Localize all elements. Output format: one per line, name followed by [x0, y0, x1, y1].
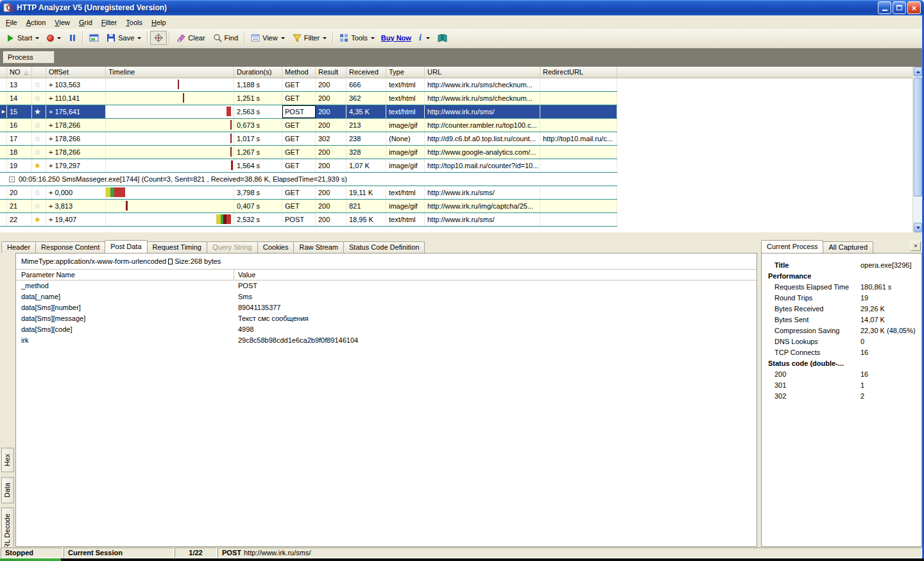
- collapse-icon[interactable]: -: [9, 177, 15, 182]
- save-button[interactable]: Save: [103, 31, 145, 45]
- panel-close-button[interactable]: ×: [911, 241, 921, 251]
- help-button[interactable]: [434, 31, 451, 45]
- favorite-star-icon[interactable]: ☆: [32, 132, 46, 145]
- param-row[interactable]: _methodPOST: [16, 280, 757, 291]
- column-header-type[interactable]: Type: [386, 67, 425, 78]
- column-header-url[interactable]: URL: [425, 67, 540, 78]
- minimize-button[interactable]: [878, 1, 891, 14]
- tab-raw-stream[interactable]: Raw Stream: [293, 241, 344, 253]
- clear-button[interactable]: Clear: [172, 31, 209, 45]
- menu-action[interactable]: Action: [22, 17, 51, 28]
- column-header-value[interactable]: Value: [234, 270, 757, 280]
- column-header-no[interactable]: NO△: [7, 67, 32, 78]
- column-header-method[interactable]: Method: [282, 67, 316, 78]
- menu-file[interactable]: File: [1, 17, 22, 28]
- column-header-star[interactable]: [32, 67, 46, 78]
- info-dropdown-arrow[interactable]: [426, 37, 430, 39]
- timeline-bar: [230, 147, 232, 157]
- buy-now-link[interactable]: Buy Now: [379, 34, 414, 42]
- menu-tools[interactable]: Tools: [121, 17, 147, 28]
- favorite-star-icon[interactable]: ☆: [32, 92, 46, 105]
- param-row[interactable]: data[Sms][code]4998: [16, 324, 757, 335]
- request-row-21[interactable]: 21☆+ 3,8130,407 sGET200821image/gifhttp:…: [0, 200, 617, 213]
- request-row-18[interactable]: 18☆+ 178,2661,267 sGET200328image/gifhtt…: [0, 146, 617, 159]
- group-row[interactable]: -00:05:16.250 SmsMasseger.exe[1744] (Cou…: [0, 173, 617, 186]
- favorite-star-icon[interactable]: ☆: [32, 146, 46, 159]
- favorite-star-icon[interactable]: ★: [32, 159, 46, 172]
- request-row-19[interactable]: 19★+ 179,2971,564 sGET2001,07 Kimage/gif…: [0, 159, 617, 173]
- start-button-edge[interactable]: [0, 558, 61, 561]
- tab-cookies[interactable]: Cookies: [257, 241, 295, 253]
- view-button[interactable]: View: [247, 31, 289, 45]
- request-row-13[interactable]: 13☆+ 103,5631,188 sGET200666text/htmlhtt…: [0, 78, 617, 92]
- timeline-bar: [230, 134, 232, 143]
- tools-dropdown-arrow[interactable]: [371, 37, 375, 39]
- tab-query-string[interactable]: Query String: [207, 241, 258, 253]
- view-dropdown-arrow[interactable]: [281, 37, 285, 39]
- tab-post-data[interactable]: Post Data: [105, 240, 147, 253]
- target-toggle-button[interactable]: [150, 31, 167, 45]
- layout-button[interactable]: [85, 31, 103, 45]
- request-row-22[interactable]: 22★+ 19,4072,532 sPOST20018,95 Ktext/htm…: [0, 213, 617, 227]
- column-header-timeline[interactable]: Timeline: [106, 67, 234, 78]
- favorite-star-icon[interactable]: ☆: [32, 200, 46, 212]
- tools-button[interactable]: Tools: [336, 31, 379, 45]
- tab-current-process[interactable]: Current Process: [761, 240, 823, 253]
- param-row[interactable]: data[_name]Sms: [16, 291, 757, 302]
- scrollbar-thumb[interactable]: [914, 78, 922, 196]
- column-header-parameter-name[interactable]: Parameter Name: [16, 270, 234, 280]
- favorite-star-icon[interactable]: ★: [32, 105, 46, 118]
- start-dropdown-arrow[interactable]: [35, 37, 39, 39]
- request-row-14[interactable]: 14☆+ 110,1411,251 sGET200362text/htmlhtt…: [0, 92, 617, 105]
- menu-filter[interactable]: Filter: [97, 17, 121, 28]
- column-header-duration[interactable]: Duration(s): [234, 67, 282, 78]
- cell-method: GET: [282, 119, 316, 132]
- request-row-15[interactable]: ▶15★+ 175,6412,563 sPOST2004,35 Ktext/ht…: [0, 105, 617, 119]
- column-header-offset[interactable]: OffSet: [46, 67, 106, 78]
- restore-button[interactable]: [893, 1, 906, 14]
- column-header-redirect-url[interactable]: RedirectURL: [540, 67, 617, 78]
- favorite-star-icon[interactable]: ☆: [32, 78, 46, 91]
- scroll-up-button[interactable]: [914, 67, 922, 76]
- tab-response-content[interactable]: Response Content: [35, 241, 105, 253]
- tab-status-code-definition[interactable]: Status Code Definition: [343, 241, 425, 253]
- title-bar[interactable]: HTTP Analyzer V5 (Unregistered Version) …: [0, 0, 924, 15]
- scroll-down-button[interactable]: [914, 223, 922, 232]
- side-tab-data[interactable]: Data: [1, 477, 14, 503]
- column-header-result[interactable]: Result: [316, 67, 346, 78]
- timeline-bar: [106, 187, 110, 197]
- menu-help[interactable]: Help: [147, 17, 171, 28]
- tab-request-timing[interactable]: Request Timing: [147, 241, 207, 253]
- tab-all-captured[interactable]: All Captured: [823, 241, 873, 253]
- menu-grid[interactable]: Grid: [74, 17, 97, 28]
- start-button[interactable]: Start: [3, 31, 43, 45]
- favorite-star-icon[interactable]: ★: [32, 213, 46, 226]
- menu-view[interactable]: View: [50, 17, 74, 28]
- stat-value: 14,07 K: [860, 315, 885, 325]
- tab-header[interactable]: Header: [1, 241, 36, 253]
- favorite-star-icon[interactable]: ☆: [32, 119, 46, 132]
- find-button[interactable]: Find: [209, 31, 242, 45]
- record-button[interactable]: [43, 32, 65, 44]
- filter-dropdown-arrow[interactable]: [323, 37, 327, 39]
- request-row-16[interactable]: 16☆+ 178,2660,673 sGET200213image/gifhtt…: [0, 119, 617, 132]
- save-dropdown-arrow[interactable]: [137, 37, 141, 39]
- close-button[interactable]: ×: [907, 1, 921, 14]
- param-row[interactable]: irk29c8c58b98cdd1e6ca2b9f0f89146104: [16, 335, 757, 346]
- grid-vertical-scrollbar[interactable]: [912, 67, 922, 232]
- info-button[interactable]: i: [414, 30, 434, 46]
- request-row-20[interactable]: 20☆+ 0,0003,798 sGET20019,11 Ktext/htmlh…: [0, 186, 617, 200]
- filter-button[interactable]: Filter: [289, 31, 330, 45]
- param-row[interactable]: data[Sms][message]Текст смс сообщения: [16, 313, 757, 324]
- record-dropdown-arrow[interactable]: [57, 37, 61, 39]
- side-tab-hex[interactable]: Hex: [1, 448, 14, 472]
- horizontal-splitter[interactable]: [0, 232, 922, 240]
- request-row-17[interactable]: 17☆+ 178,2661,017 sGET302238(None)http:/…: [0, 132, 617, 146]
- column-header-received[interactable]: Received: [346, 67, 386, 78]
- column-header-gutter[interactable]: [0, 67, 7, 78]
- pause-button[interactable]: [65, 31, 80, 44]
- stat-label: 302: [774, 391, 786, 402]
- group-by-process-chip[interactable]: Process: [3, 51, 55, 64]
- param-row[interactable]: data[Sms][number]89041135377: [16, 302, 757, 313]
- favorite-star-icon[interactable]: ☆: [32, 186, 46, 199]
